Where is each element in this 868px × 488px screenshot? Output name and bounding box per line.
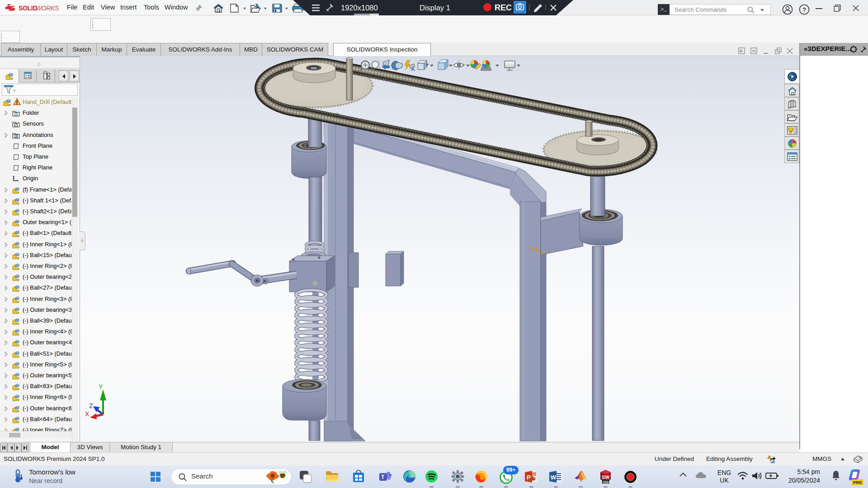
svg-text:REC: REC xyxy=(495,3,512,12)
svg-text:868x488: 868x488 xyxy=(341,4,378,12)
svg-text:SOLID: SOLID xyxy=(19,5,37,12)
svg-text:W: W xyxy=(551,474,557,481)
svg-text:Display 1: Display 1 xyxy=(420,4,450,12)
svg-text:?: ? xyxy=(802,6,806,13)
svg-text:PRE: PRE xyxy=(853,480,862,485)
svg-text:A: A xyxy=(411,66,415,72)
svg-text:2024: 2024 xyxy=(603,480,611,484)
svg-text:WORKS: WORKS xyxy=(36,5,59,12)
svg-text:Y: Y xyxy=(99,383,103,390)
svg-text:SW: SW xyxy=(602,474,609,480)
svg-text:X: X xyxy=(85,410,90,418)
svg-text:P: P xyxy=(527,474,531,481)
svg-text:Z: Z xyxy=(89,402,93,409)
svg-text:T: T xyxy=(381,474,385,480)
